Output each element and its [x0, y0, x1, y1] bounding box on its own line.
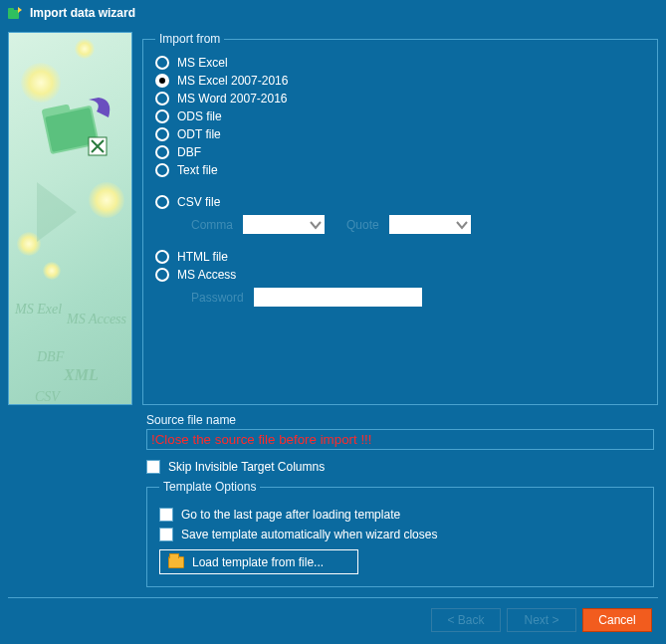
- cancel-button[interactable]: Cancel: [582, 608, 652, 632]
- radio-icon: [155, 145, 169, 159]
- radio-icon: [155, 92, 169, 106]
- checkbox-icon: [146, 460, 160, 474]
- csv-quote-select[interactable]: [389, 215, 471, 234]
- template-options-group: Template Options Go to the last page aft…: [146, 480, 654, 587]
- radio-icon: [155, 250, 169, 264]
- radio-ods-file[interactable]: ODS file: [155, 107, 645, 125]
- import-from-group: Import from MS Excel MS Excel 2007-2016 …: [142, 32, 658, 405]
- folder-icon: [168, 556, 184, 568]
- radio-ms-excel-2007-2016[interactable]: MS Excel 2007-2016: [155, 72, 645, 90]
- radio-label: ODT file: [177, 127, 221, 141]
- skip-invisible-checkbox[interactable]: Skip Invisible Target Columns: [146, 460, 654, 474]
- radio-label: ODS file: [177, 109, 222, 123]
- csv-comma-select[interactable]: [243, 215, 325, 234]
- radio-icon: [155, 163, 169, 177]
- radio-label: MS Excel 2007-2016: [177, 74, 288, 88]
- template-options-legend: Template Options: [159, 480, 260, 494]
- chevron-down-icon: [455, 218, 469, 232]
- radio-label: MS Access: [177, 268, 236, 282]
- radio-icon: [155, 56, 169, 70]
- radio-label: MS Word 2007-2016: [177, 92, 288, 106]
- access-password-label: Password: [191, 291, 244, 305]
- radio-label: CSV file: [177, 195, 220, 209]
- radio-label: Text file: [177, 163, 218, 177]
- svg-rect-0: [8, 10, 19, 19]
- radio-icon: [155, 195, 169, 209]
- goto-last-page-checkbox[interactable]: Go to the last page after loading templa…: [159, 508, 641, 522]
- radio-ms-access[interactable]: MS Access: [155, 266, 645, 284]
- csv-options-row: Comma Quote: [155, 215, 645, 234]
- radio-icon: [155, 268, 169, 282]
- checkbox-label: Go to the last page after loading templa…: [181, 508, 400, 522]
- button-label: Cancel: [598, 613, 635, 627]
- radio-odt-file[interactable]: ODT file: [155, 125, 645, 143]
- checkbox-label: Skip Invisible Target Columns: [168, 460, 325, 474]
- access-password-row: Password: [155, 288, 645, 307]
- radio-label: MS Excel: [177, 56, 228, 70]
- window-title: Import data wizard: [30, 6, 135, 20]
- radio-ms-word-2007-2016[interactable]: MS Word 2007-2016: [155, 90, 645, 107]
- radio-icon: [155, 127, 169, 141]
- radio-label: HTML file: [177, 250, 228, 264]
- radio-csv-file[interactable]: CSV file: [155, 193, 645, 211]
- footer-buttons: < Back Next > Cancel: [8, 598, 658, 642]
- button-label: < Back: [447, 613, 484, 627]
- svg-rect-1: [8, 8, 14, 11]
- radio-ms-excel[interactable]: MS Excel: [155, 54, 645, 72]
- radio-icon: [155, 74, 169, 88]
- back-button: < Back: [431, 608, 501, 632]
- csv-quote-label: Quote: [346, 218, 379, 232]
- access-password-input[interactable]: [254, 288, 422, 307]
- radio-text-file[interactable]: Text file: [155, 161, 645, 179]
- chevron-down-icon: [309, 218, 323, 232]
- load-template-button[interactable]: Load template from file...: [159, 549, 358, 574]
- wizard-side-image: MS Exel MS Access DBF XML CSV: [8, 32, 132, 405]
- checkbox-label: Save template automatically when wizard …: [181, 528, 437, 541]
- titlebar: Import data wizard: [0, 0, 666, 26]
- radio-label: DBF: [177, 145, 201, 159]
- radio-dbf[interactable]: DBF: [155, 143, 645, 161]
- app-icon: [6, 4, 24, 22]
- import-from-legend: Import from: [155, 32, 224, 46]
- source-file-input[interactable]: [146, 429, 654, 450]
- button-label: Load template from file...: [192, 555, 324, 569]
- radio-icon: [155, 109, 169, 123]
- csv-comma-label: Comma: [191, 218, 233, 232]
- checkbox-icon: [159, 508, 173, 522]
- radio-html-file[interactable]: HTML file: [155, 248, 645, 266]
- button-label: Next >: [524, 613, 558, 627]
- source-file-label: Source file name: [146, 413, 654, 427]
- checkbox-icon: [159, 528, 173, 541]
- save-template-auto-checkbox[interactable]: Save template automatically when wizard …: [159, 528, 641, 541]
- next-button: Next >: [507, 608, 576, 632]
